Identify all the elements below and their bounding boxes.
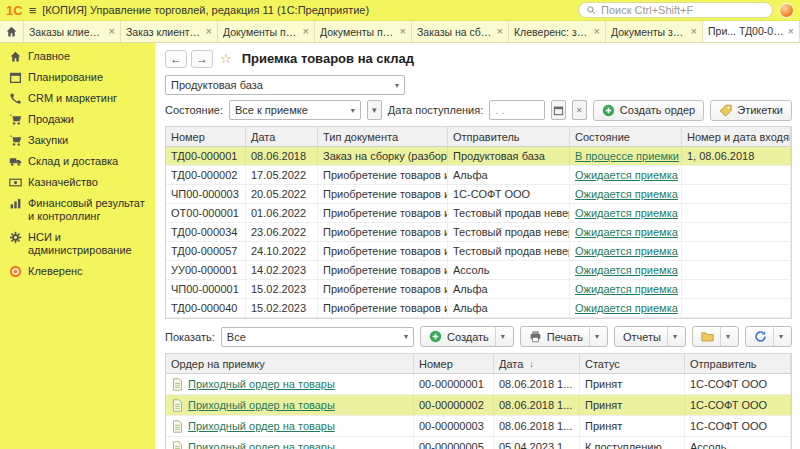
- state-link[interactable]: Ожидается приемка: [575, 283, 678, 295]
- column-header[interactable]: Отправитель: [448, 127, 570, 146]
- global-search-input[interactable]: Поиск Ctrl+Shift+F: [578, 2, 773, 18]
- order-link[interactable]: Приходный ордер на товары: [188, 420, 335, 432]
- tab-close-icon[interactable]: ×: [497, 26, 503, 37]
- chevron-down-icon[interactable]: ▾: [667, 327, 677, 346]
- tab-close-icon[interactable]: ×: [109, 26, 115, 37]
- orders-table-row[interactable]: УУ00-00000114.02.2023Приобретение товаро…: [166, 261, 791, 280]
- print-button[interactable]: Печать ▾: [520, 326, 608, 347]
- clear-date-button[interactable]: ×: [572, 100, 587, 120]
- chevron-down-icon[interactable]: ▾: [495, 327, 505, 346]
- tab-close-icon[interactable]: ×: [206, 26, 212, 37]
- cell-state: Ожидается приемка: [570, 280, 682, 298]
- hamburger-menu-icon[interactable]: ≡: [29, 4, 37, 17]
- order-link[interactable]: Приходный ордер на товары: [188, 441, 335, 449]
- date-filter-input[interactable]: . .: [489, 100, 544, 120]
- column-header[interactable]: Дата: [246, 127, 318, 146]
- sidebar-item-financial-result[interactable]: Финансовый результат и контроллинг: [0, 193, 155, 227]
- column-header[interactable]: Отправитель: [685, 354, 791, 373]
- orders-table-row[interactable]: ТД00-00000217.05.2022Приобретение товаро…: [166, 166, 791, 185]
- cell-status: Принят: [580, 395, 685, 415]
- sidebar-item-crm-marketing[interactable]: CRM и маркетинг: [0, 88, 155, 109]
- sidebar-item-warehouse-delivery[interactable]: Склад и доставка: [0, 151, 155, 172]
- orders-table-row[interactable]: ОТ00-00000101.06.2022Приобретение товаро…: [166, 204, 791, 223]
- tab[interactable]: Клеверенс: загр...×: [509, 21, 606, 42]
- sidebar-item-label: Главное: [28, 50, 149, 63]
- tab-close-icon[interactable]: ×: [303, 26, 309, 37]
- user-avatar[interactable]: [779, 3, 794, 18]
- cell-state: Ожидается приемка: [570, 185, 682, 203]
- tab[interactable]: Заказы на сборк...×: [412, 21, 509, 42]
- sidebar-item-nsi-administration[interactable]: НСИ и администрирование: [0, 227, 155, 261]
- state-link[interactable]: Ожидается приемка: [575, 245, 678, 257]
- order-link[interactable]: Приходный ордер на товары: [188, 378, 335, 390]
- truck-icon: [9, 155, 22, 168]
- sidebar-item-purchases[interactable]: Закупки: [0, 130, 155, 151]
- state-link[interactable]: Ожидается приемка: [575, 302, 678, 314]
- state-link[interactable]: Ожидается приемка: [575, 188, 678, 200]
- sidebar-item-planning[interactable]: Планирование: [0, 67, 155, 88]
- folder-menu-button[interactable]: ▾: [692, 326, 739, 347]
- sidebar-item-sales[interactable]: Продажи: [0, 109, 155, 130]
- column-header[interactable]: Номер: [414, 354, 494, 373]
- orders-table-row[interactable]: ТД00-00000108.06.2018Заказ на сборку (ра…: [166, 147, 791, 166]
- home-tab[interactable]: [0, 21, 24, 42]
- tab-label: Документы закуп...: [611, 26, 688, 38]
- receipts-table-row[interactable]: Приходный ордер на товары00-0000000108.0…: [166, 374, 791, 395]
- tab-close-icon[interactable]: ×: [788, 26, 794, 37]
- more-actions-button[interactable]: ▾: [745, 326, 792, 347]
- orders-table-row[interactable]: ТД00-00003423.06.2022Приобретение товаро…: [166, 223, 791, 242]
- back-button[interactable]: ←: [165, 50, 187, 68]
- column-header[interactable]: Состояние: [570, 127, 682, 146]
- tab-close-icon[interactable]: ×: [691, 26, 697, 37]
- tab[interactable]: Документы прод...×: [218, 21, 315, 42]
- column-header[interactable]: Номер и дата входяще...: [682, 127, 791, 146]
- tab[interactable]: Документы закуп...×: [606, 21, 703, 42]
- sidebar-item-main[interactable]: Главное: [0, 46, 155, 67]
- receipts-table-row[interactable]: Приходный ордер на товары00-0000000208.0…: [166, 395, 791, 416]
- tab-close-icon[interactable]: ×: [400, 26, 406, 37]
- column-header[interactable]: Дата↓: [494, 354, 580, 373]
- forward-button[interactable]: →: [191, 50, 213, 68]
- document-icon: [171, 378, 184, 391]
- state-link[interactable]: Ожидается приемка: [575, 169, 678, 181]
- column-header[interactable]: Ордер на приемку: [166, 354, 414, 373]
- labels-button[interactable]: Этикетки: [710, 100, 792, 121]
- orders-table-row[interactable]: ТД00-00004015.02.2023Приобретение товаро…: [166, 299, 791, 318]
- chevron-down-icon[interactable]: ▾: [589, 327, 599, 346]
- show-filter-select[interactable]: Все ▾: [221, 327, 414, 347]
- tab[interactable]: Документы про...×: [315, 21, 412, 42]
- calendar-picker-button[interactable]: [551, 100, 566, 120]
- chevron-down-icon[interactable]: ▾: [773, 327, 783, 346]
- tab-close-icon[interactable]: ×: [594, 26, 600, 37]
- orders-table-row[interactable]: ЧП00-00000320.05.2022Приобретение товаро…: [166, 185, 791, 204]
- create-order-button[interactable]: Создать ордер: [593, 100, 705, 121]
- receipts-table-row[interactable]: Приходный ордер на товары00-0000000505.0…: [166, 437, 791, 449]
- tab[interactable]: Заказ клиента (...×: [121, 21, 218, 42]
- receipts-table-row[interactable]: Приходный ордер на товары00-0000000308.0…: [166, 416, 791, 437]
- column-header[interactable]: Статус: [580, 354, 685, 373]
- tab[interactable]: При... ТД00-000...×: [703, 21, 800, 42]
- tab[interactable]: Заказы клиентов×: [24, 21, 121, 42]
- sidebar-item-treasury[interactable]: Казначейство: [0, 172, 155, 193]
- sidebar-item-label: НСИ и администрирование: [28, 231, 149, 257]
- state-link[interactable]: Ожидается приемка: [575, 226, 678, 238]
- calendar-icon: [553, 105, 564, 116]
- orders-table-row[interactable]: ТД00-00005724.10.2022Приобретение товаро…: [166, 242, 791, 261]
- order-link[interactable]: Приходный ордер на товары: [188, 399, 335, 411]
- column-header[interactable]: Тип документа: [318, 127, 448, 146]
- state-filter-list-button[interactable]: ▾: [367, 100, 382, 120]
- orders-table-row[interactable]: ЧП00-00000115.02.2023Приобретение товаро…: [166, 280, 791, 299]
- state-link[interactable]: В процессе приемки: [575, 150, 679, 162]
- warehouse-select[interactable]: Продуктовая база ▾: [165, 75, 405, 95]
- column-header[interactable]: Номер: [166, 127, 246, 146]
- chevron-down-icon: ▾: [404, 332, 408, 341]
- state-link[interactable]: Ожидается приемка: [575, 207, 678, 219]
- state-link[interactable]: Ожидается приемка: [575, 264, 678, 276]
- sidebar-item-cleverence[interactable]: Клеверенс: [0, 261, 155, 282]
- warehouse-row: Продуктовая база ▾: [165, 73, 792, 97]
- create-button[interactable]: Создать ▾: [420, 326, 514, 347]
- reports-button[interactable]: Отчеты ▾: [614, 326, 686, 347]
- state-filter-select[interactable]: Все к приемке ▾: [229, 100, 361, 120]
- chevron-down-icon[interactable]: ▾: [720, 327, 730, 346]
- favorite-star-icon[interactable]: ☆: [220, 51, 232, 66]
